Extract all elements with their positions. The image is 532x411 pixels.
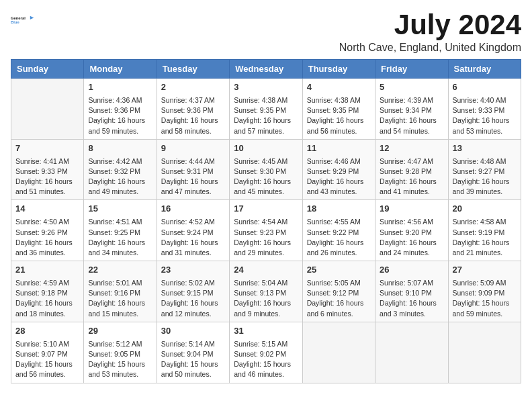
day-cell: 18Sunrise: 4:55 AM Sunset: 9:22 PM Dayli… bbox=[302, 200, 375, 261]
day-number: 22 bbox=[88, 264, 152, 277]
day-cell: 14Sunrise: 4:50 AM Sunset: 9:26 PM Dayli… bbox=[11, 200, 84, 261]
day-number: 25 bbox=[307, 264, 371, 277]
week-row-5: 28Sunrise: 5:10 AM Sunset: 9:07 PM Dayli… bbox=[11, 322, 521, 383]
page-header: GeneralBlue July 2024 North Cave, Englan… bbox=[11, 11, 521, 54]
day-cell: 6Sunrise: 4:40 AM Sunset: 9:33 PM Daylig… bbox=[448, 79, 521, 140]
day-number: 13 bbox=[453, 142, 517, 155]
calendar-table: SundayMondayTuesdayWednesdayThursdayFrid… bbox=[11, 59, 521, 383]
logo: GeneralBlue bbox=[11, 11, 35, 30]
day-number: 18 bbox=[307, 203, 371, 216]
day-info: Sunrise: 5:12 AM Sunset: 9:05 PM Dayligh… bbox=[88, 339, 152, 380]
day-info: Sunrise: 5:05 AM Sunset: 9:12 PM Dayligh… bbox=[307, 278, 371, 319]
day-info: Sunrise: 4:52 AM Sunset: 9:24 PM Dayligh… bbox=[161, 217, 225, 258]
day-number: 21 bbox=[15, 264, 79, 277]
header-thursday: Thursday bbox=[302, 60, 375, 79]
header-tuesday: Tuesday bbox=[157, 60, 229, 79]
week-row-3: 14Sunrise: 4:50 AM Sunset: 9:26 PM Dayli… bbox=[11, 200, 521, 261]
day-cell: 22Sunrise: 5:01 AM Sunset: 9:16 PM Dayli… bbox=[84, 261, 157, 322]
week-row-1: 1Sunrise: 4:36 AM Sunset: 9:36 PM Daylig… bbox=[11, 79, 521, 140]
day-number: 6 bbox=[453, 81, 517, 94]
header-friday: Friday bbox=[375, 60, 448, 79]
day-number: 1 bbox=[88, 81, 152, 94]
header-row: SundayMondayTuesdayWednesdayThursdayFrid… bbox=[11, 60, 521, 79]
day-number: 19 bbox=[380, 203, 443, 216]
day-info: Sunrise: 4:46 AM Sunset: 9:29 PM Dayligh… bbox=[307, 156, 371, 197]
day-cell: 31Sunrise: 5:15 AM Sunset: 9:02 PM Dayli… bbox=[230, 322, 302, 383]
day-info: Sunrise: 4:50 AM Sunset: 9:26 PM Dayligh… bbox=[15, 217, 79, 258]
day-info: Sunrise: 4:56 AM Sunset: 9:20 PM Dayligh… bbox=[380, 217, 443, 258]
day-number: 31 bbox=[234, 325, 298, 338]
day-cell: 28Sunrise: 5:10 AM Sunset: 9:07 PM Dayli… bbox=[11, 322, 84, 383]
day-cell bbox=[448, 322, 521, 383]
day-number: 3 bbox=[234, 81, 298, 94]
day-info: Sunrise: 5:02 AM Sunset: 9:15 PM Dayligh… bbox=[161, 278, 225, 319]
day-info: Sunrise: 4:37 AM Sunset: 9:36 PM Dayligh… bbox=[161, 95, 225, 136]
day-info: Sunrise: 4:54 AM Sunset: 9:23 PM Dayligh… bbox=[234, 217, 298, 258]
svg-text:General: General bbox=[11, 16, 26, 20]
svg-text:Blue: Blue bbox=[11, 20, 19, 24]
day-cell: 17Sunrise: 4:54 AM Sunset: 9:23 PM Dayli… bbox=[230, 200, 302, 261]
day-info: Sunrise: 4:40 AM Sunset: 9:33 PM Dayligh… bbox=[453, 95, 517, 136]
day-info: Sunrise: 4:38 AM Sunset: 9:35 PM Dayligh… bbox=[234, 95, 298, 136]
day-cell: 27Sunrise: 5:09 AM Sunset: 9:09 PM Dayli… bbox=[448, 261, 521, 322]
day-cell: 3Sunrise: 4:38 AM Sunset: 9:35 PM Daylig… bbox=[230, 79, 302, 140]
svg-marker-2 bbox=[30, 16, 34, 19]
day-cell: 7Sunrise: 4:41 AM Sunset: 9:33 PM Daylig… bbox=[11, 139, 84, 200]
day-number: 14 bbox=[15, 203, 79, 216]
day-cell: 2Sunrise: 4:37 AM Sunset: 9:36 PM Daylig… bbox=[157, 79, 229, 140]
day-cell bbox=[11, 79, 84, 140]
day-info: Sunrise: 5:04 AM Sunset: 9:13 PM Dayligh… bbox=[234, 278, 298, 319]
day-number: 16 bbox=[161, 203, 225, 216]
title-block: July 2024 North Cave, England, United Ki… bbox=[339, 11, 521, 54]
day-number: 17 bbox=[234, 203, 298, 216]
day-cell bbox=[375, 322, 448, 383]
header-sunday: Sunday bbox=[11, 60, 84, 79]
day-info: Sunrise: 4:51 AM Sunset: 9:25 PM Dayligh… bbox=[88, 217, 152, 258]
day-info: Sunrise: 4:59 AM Sunset: 9:18 PM Dayligh… bbox=[15, 278, 79, 319]
week-row-2: 7Sunrise: 4:41 AM Sunset: 9:33 PM Daylig… bbox=[11, 139, 521, 200]
day-number: 30 bbox=[161, 325, 225, 338]
day-cell: 30Sunrise: 5:14 AM Sunset: 9:04 PM Dayli… bbox=[157, 322, 229, 383]
day-number: 24 bbox=[234, 264, 298, 277]
day-cell: 10Sunrise: 4:45 AM Sunset: 9:30 PM Dayli… bbox=[230, 139, 302, 200]
day-info: Sunrise: 4:41 AM Sunset: 9:33 PM Dayligh… bbox=[15, 156, 79, 197]
day-number: 29 bbox=[88, 325, 152, 338]
day-info: Sunrise: 4:39 AM Sunset: 9:34 PM Dayligh… bbox=[380, 95, 443, 136]
day-cell: 24Sunrise: 5:04 AM Sunset: 9:13 PM Dayli… bbox=[230, 261, 302, 322]
day-number: 9 bbox=[161, 142, 225, 155]
header-saturday: Saturday bbox=[448, 60, 521, 79]
day-info: Sunrise: 5:09 AM Sunset: 9:09 PM Dayligh… bbox=[453, 278, 517, 319]
day-info: Sunrise: 4:44 AM Sunset: 9:31 PM Dayligh… bbox=[161, 156, 225, 197]
day-cell: 19Sunrise: 4:56 AM Sunset: 9:20 PM Dayli… bbox=[375, 200, 448, 261]
day-number: 2 bbox=[161, 81, 225, 94]
day-cell: 16Sunrise: 4:52 AM Sunset: 9:24 PM Dayli… bbox=[157, 200, 229, 261]
header-wednesday: Wednesday bbox=[230, 60, 302, 79]
day-number: 7 bbox=[15, 142, 79, 155]
day-number: 20 bbox=[453, 203, 517, 216]
day-info: Sunrise: 5:10 AM Sunset: 9:07 PM Dayligh… bbox=[15, 339, 79, 380]
day-cell: 9Sunrise: 4:44 AM Sunset: 9:31 PM Daylig… bbox=[157, 139, 229, 200]
day-info: Sunrise: 4:38 AM Sunset: 9:35 PM Dayligh… bbox=[307, 95, 371, 136]
day-info: Sunrise: 4:45 AM Sunset: 9:30 PM Dayligh… bbox=[234, 156, 298, 197]
day-number: 10 bbox=[234, 142, 298, 155]
day-cell: 20Sunrise: 4:58 AM Sunset: 9:19 PM Dayli… bbox=[448, 200, 521, 261]
day-number: 5 bbox=[380, 81, 443, 94]
month-title: July 2024 bbox=[339, 11, 521, 39]
day-info: Sunrise: 5:14 AM Sunset: 9:04 PM Dayligh… bbox=[161, 339, 225, 380]
logo-icon: GeneralBlue bbox=[11, 11, 35, 30]
day-cell: 4Sunrise: 4:38 AM Sunset: 9:35 PM Daylig… bbox=[302, 79, 375, 140]
day-cell: 12Sunrise: 4:47 AM Sunset: 9:28 PM Dayli… bbox=[375, 139, 448, 200]
day-number: 23 bbox=[161, 264, 225, 277]
day-number: 28 bbox=[15, 325, 79, 338]
day-info: Sunrise: 4:55 AM Sunset: 9:22 PM Dayligh… bbox=[307, 217, 371, 258]
day-number: 8 bbox=[88, 142, 152, 155]
day-info: Sunrise: 4:48 AM Sunset: 9:27 PM Dayligh… bbox=[453, 156, 517, 197]
day-info: Sunrise: 4:36 AM Sunset: 9:36 PM Dayligh… bbox=[88, 95, 152, 136]
day-cell: 13Sunrise: 4:48 AM Sunset: 9:27 PM Dayli… bbox=[448, 139, 521, 200]
day-info: Sunrise: 5:15 AM Sunset: 9:02 PM Dayligh… bbox=[234, 339, 298, 380]
day-number: 26 bbox=[380, 264, 443, 277]
day-number: 15 bbox=[88, 203, 152, 216]
day-number: 12 bbox=[380, 142, 443, 155]
day-cell: 26Sunrise: 5:07 AM Sunset: 9:10 PM Dayli… bbox=[375, 261, 448, 322]
day-info: Sunrise: 4:47 AM Sunset: 9:28 PM Dayligh… bbox=[380, 156, 443, 197]
